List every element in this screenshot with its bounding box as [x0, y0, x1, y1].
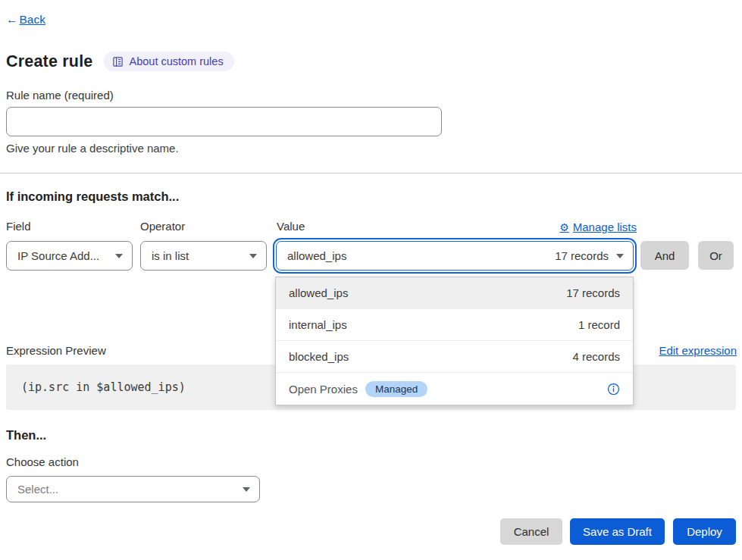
deploy-button[interactable]: Deploy	[673, 518, 736, 545]
gear-icon: ⚙	[559, 221, 569, 233]
managed-badge: Managed	[365, 381, 427, 397]
dropdown-item-allowed-ips[interactable]: allowed_ips 17 records	[276, 277, 633, 309]
rule-name-label: Rule name (required)	[6, 89, 114, 102]
dropdown-item-open-proxies[interactable]: Open Proxies Managed	[276, 373, 633, 405]
or-button[interactable]: Or	[698, 241, 734, 270]
field-select-value: IP Source Add...	[17, 249, 108, 262]
manage-lists-label: Manage lists	[573, 221, 637, 233]
list-name: Open Proxies	[289, 383, 358, 396]
back-label: Back	[20, 13, 45, 26]
chevron-down-icon	[243, 487, 250, 492]
manage-lists-link[interactable]: ⚙ Manage lists	[559, 221, 637, 233]
book-icon	[112, 56, 124, 67]
about-custom-rules-label: About custom rules	[130, 55, 224, 67]
back-link[interactable]: ←Back	[6, 13, 45, 27]
operator-select-value: is in list	[152, 249, 242, 262]
value-select-records: 17 records	[555, 249, 609, 262]
list-name: allowed_ips	[289, 286, 566, 299]
about-custom-rules-link[interactable]: About custom rules	[104, 52, 234, 71]
list-record-count: 1 record	[578, 318, 620, 331]
page-title: Create rule	[6, 52, 93, 71]
chevron-down-icon	[249, 254, 257, 258]
save-as-draft-button[interactable]: Save as Draft	[570, 518, 665, 545]
list-name: internal_ips	[289, 318, 578, 331]
rule-name-input[interactable]	[6, 107, 442, 136]
list-name: blocked_ips	[289, 350, 572, 363]
info-icon[interactable]	[607, 383, 620, 396]
list-record-count: 17 records	[566, 286, 620, 299]
dropdown-item-internal-ips[interactable]: internal_ips 1 record	[276, 309, 633, 341]
choose-action-label: Choose action	[6, 455, 79, 468]
operator-select[interactable]: is in list	[140, 241, 267, 271]
and-button[interactable]: And	[640, 241, 689, 270]
chevron-down-icon	[616, 254, 624, 258]
field-label: Field	[6, 220, 31, 233]
cancel-button[interactable]: Cancel	[500, 518, 562, 545]
list-record-count: 4 records	[572, 350, 620, 363]
create-rule-page: ←Back Create rule About custom rules Rul…	[0, 0, 742, 560]
field-select[interactable]: IP Source Add...	[6, 241, 133, 271]
dropdown-item-blocked-ips[interactable]: blocked_ips 4 records	[276, 341, 633, 373]
then-section-heading: Then...	[6, 428, 46, 443]
expression-preview-label: Expression Preview	[6, 344, 106, 357]
value-select[interactable]: allowed_ips 17 records	[276, 241, 634, 271]
edit-expression-link[interactable]: Edit expression	[659, 344, 737, 357]
match-section-heading: If incoming requests match...	[6, 189, 179, 204]
expression-code: (ip.src in $allowed_ips)	[6, 380, 186, 394]
back-arrow-icon: ←	[6, 13, 18, 27]
choose-action-select[interactable]: Select...	[6, 476, 260, 502]
value-dropdown-panel: allowed_ips 17 records internal_ips 1 re…	[275, 277, 634, 405]
value-select-value: allowed_ips	[287, 249, 546, 262]
operator-label: Operator	[140, 220, 185, 233]
section-divider	[0, 173, 742, 174]
value-label: Value	[277, 220, 305, 233]
rule-name-helper: Give your rule a descriptive name.	[6, 142, 179, 155]
title-row: Create rule About custom rules	[6, 52, 234, 71]
chevron-down-icon	[115, 254, 123, 258]
choose-action-placeholder: Select...	[17, 483, 235, 496]
